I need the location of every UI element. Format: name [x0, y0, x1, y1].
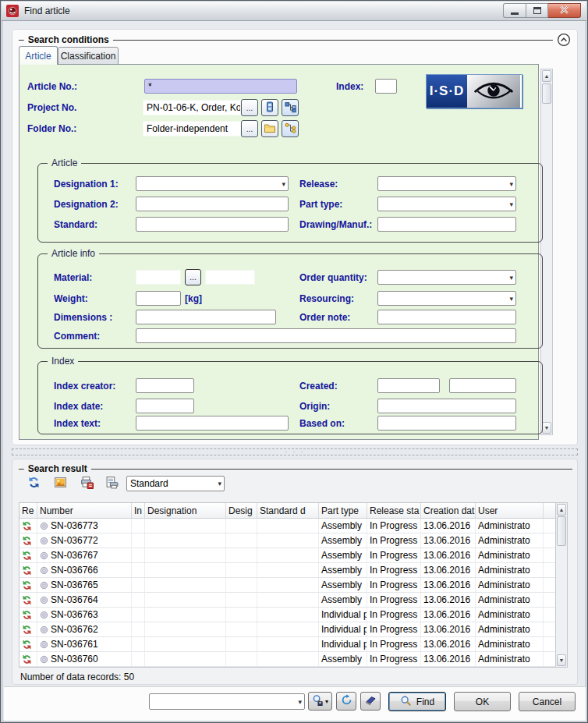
dimensions-input[interactable] [136, 310, 276, 324]
table-row[interactable]: SN-036765AssemblyIn Progress13.06.2016Ad… [19, 578, 556, 593]
scroll-up-button[interactable]: ▲ [542, 70, 551, 82]
close-button[interactable] [548, 3, 581, 18]
scroll-up-icon: ▲ [544, 73, 550, 79]
scroll-up-button[interactable]: ▲ [557, 504, 566, 516]
chevron-down-icon: ▾ [509, 274, 513, 281]
cell-result [19, 652, 37, 666]
column-header-standard-designation[interactable]: Standard d [257, 503, 319, 518]
based-on-input[interactable] [377, 416, 516, 431]
index-input[interactable] [375, 79, 397, 94]
table-row[interactable]: SN-036772AssemblyIn Progress13.06.2016Ad… [19, 533, 556, 548]
find-button[interactable]: Find [388, 692, 446, 711]
table-row[interactable]: SN-036773AssemblyIn Progress13.06.2016Ad… [19, 519, 556, 533]
order-note-input[interactable] [377, 310, 516, 324]
part-type-combo[interactable]: ▾ [377, 197, 516, 211]
clear-fields-button[interactable] [360, 692, 381, 711]
column-header-user[interactable]: User [476, 503, 544, 518]
cell-release-status: In Progress [367, 548, 421, 562]
material-input[interactable] [136, 270, 181, 285]
folder-no-value[interactable]: Folder-independent [143, 121, 241, 136]
print-report-button[interactable] [103, 475, 120, 492]
weight-input[interactable] [136, 291, 181, 306]
table-row[interactable]: SN-036764AssemblyIn Progress13.06.2016Ad… [19, 593, 556, 608]
cell-index [132, 622, 145, 636]
designation1-combo[interactable]: ▾ [136, 176, 289, 191]
created-input-2[interactable] [449, 378, 516, 393]
order-quantity-combo[interactable]: ▾ [377, 270, 516, 285]
folder-open-button[interactable] [261, 120, 278, 137]
drawing-manuf-label: Drawing/Manuf.: [299, 219, 372, 230]
print-pdf-button[interactable] [78, 475, 95, 492]
drawing-manuf-input[interactable] [377, 217, 516, 232]
cell-number: SN-036765 [37, 578, 132, 592]
index-text-input[interactable] [136, 416, 289, 431]
cell-number: SN-036761 [37, 637, 132, 651]
index-text-label: Index text: [54, 418, 101, 429]
cancel-button[interactable]: Cancel [519, 692, 576, 711]
project-cabinet-button[interactable] [261, 99, 278, 116]
scroll-down-button[interactable]: ▼ [557, 654, 566, 666]
resourcing-combo[interactable]: ▾ [377, 291, 516, 306]
tab-classification[interactable]: Classification [58, 47, 119, 65]
column-header-designation[interactable]: Designation [145, 503, 226, 518]
project-no-value[interactable]: PN-01-06-K, Order, Kons [143, 100, 241, 115]
folder-structure-button[interactable] [282, 120, 299, 137]
release-combo[interactable]: ▾ [377, 176, 516, 191]
index-creator-input[interactable] [136, 378, 194, 393]
column-header-result[interactable]: Re [19, 503, 37, 518]
scrollbar-thumb[interactable] [557, 516, 566, 546]
cell-designation [145, 652, 226, 666]
minimize-button[interactable] [503, 3, 526, 18]
cell-index [132, 533, 145, 548]
column-header-part-type[interactable]: Part type [319, 503, 367, 518]
designation2-input[interactable] [136, 197, 289, 211]
folder-browse-button[interactable]: ... [241, 120, 258, 137]
created-input-1[interactable] [377, 378, 440, 393]
index-date-label: Index date: [54, 401, 103, 412]
material-input2[interactable] [205, 270, 255, 285]
refresh-search-button[interactable] [336, 692, 356, 711]
tab-article[interactable]: Article [19, 46, 58, 65]
origin-input[interactable] [377, 399, 516, 413]
result-scrollbar[interactable]: ▲ ▼ [555, 503, 568, 667]
scroll-down-button[interactable]: ▼ [542, 422, 551, 434]
table-row[interactable]: SN-036767AssemblyIn Progress13.06.2016Ad… [19, 548, 556, 563]
table-row[interactable]: SN-036762Individual paIn Progress13.06.2… [19, 622, 556, 637]
scrollbar-thumb[interactable] [542, 83, 551, 104]
column-header-release-status[interactable]: Release sta [367, 503, 421, 518]
column-header-designation2[interactable]: Desig [226, 503, 257, 518]
part-type-label: Part type: [299, 199, 342, 210]
sync-status-icon [22, 565, 32, 576]
cell-designation [145, 519, 226, 533]
table-row[interactable]: SN-036766AssemblyIn Progress13.06.2016Ad… [19, 563, 556, 578]
result-image-view-button[interactable] [51, 475, 69, 492]
comment-input[interactable] [136, 328, 516, 343]
project-structure-button[interactable] [282, 99, 299, 116]
material-browse-button[interactable]: ... [185, 269, 201, 285]
ok-button[interactable]: OK [454, 692, 511, 711]
cell-creation-date: 13.06.2016 [421, 563, 476, 577]
chevron-down-icon: ▾ [509, 295, 513, 302]
result-view-value: Standard [130, 478, 168, 489]
project-browse-button[interactable]: ... [241, 99, 258, 116]
cell-result [19, 622, 37, 636]
table-row[interactable]: SN-036761Individual paIn Progress13.06.2… [19, 637, 556, 652]
save-search-button[interactable]: ▾ [308, 692, 332, 711]
cell-number: SN-036764 [37, 593, 132, 607]
table-row[interactable]: SN-036763Individual paIn Progress13.06.2… [19, 608, 556, 622]
column-header-creation-date[interactable]: Creation dat [421, 503, 476, 518]
article-no-input[interactable]: * [144, 79, 297, 94]
table-row[interactable]: SN-036760AssemblyIn Progress13.06.2016Ad… [19, 652, 556, 667]
column-header-index[interactable]: In [132, 503, 145, 518]
standard-input[interactable] [136, 217, 289, 232]
chevron-down-icon: ▾ [509, 180, 513, 187]
cell-result [19, 608, 37, 622]
saved-search-combo[interactable]: ▾ [149, 693, 305, 710]
collapse-button[interactable] [557, 33, 571, 47]
result-view-combo[interactable]: Standard ▾ [126, 476, 225, 491]
refresh-results-button[interactable] [25, 475, 42, 492]
splitter-handle[interactable]: · · · [12, 448, 578, 455]
maximize-button[interactable] [526, 3, 548, 18]
column-header-number[interactable]: Number [37, 503, 132, 518]
index-date-input[interactable] [136, 399, 194, 413]
